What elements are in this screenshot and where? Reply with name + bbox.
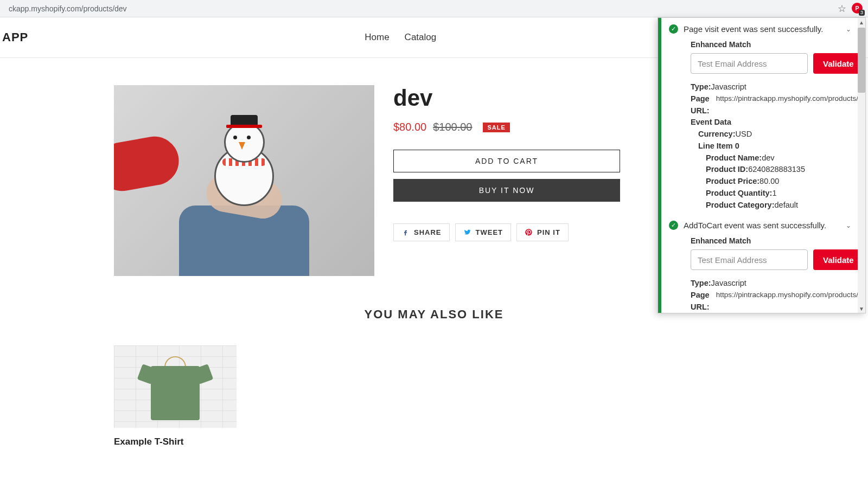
test-email-input[interactable] [691, 249, 808, 270]
event-page-visit: ✓ Page visit event was sent successfully… [669, 24, 852, 211]
pinterest-icon [525, 228, 533, 236]
browser-chrome: ckapp.myshopify.com/products/dev ☆ P 3 [0, 0, 868, 17]
main-nav: Home Catalog [365, 32, 436, 43]
chevron-down-icon[interactable]: ⌄ [846, 25, 851, 33]
share-pinterest-button[interactable]: PIN IT [516, 223, 569, 241]
share-row: SHARE TWEET PIN IT [393, 223, 620, 241]
product-title: dev [393, 85, 620, 111]
bookmark-star-icon[interactable]: ☆ [838, 3, 846, 15]
facebook-icon [401, 228, 410, 236]
scroll-down-icon[interactable]: ▼ [858, 304, 865, 313]
nav-catalog[interactable]: Catalog [405, 32, 437, 43]
twitter-icon [463, 228, 471, 236]
sale-badge: SALE [483, 123, 509, 132]
extension-panel: ✓ Page visit event was sent successfully… [658, 17, 866, 313]
event-message: AddToCart event was sent successfully. [684, 221, 826, 230]
event-header[interactable]: ✓ Page visit event was sent successfully… [669, 24, 852, 34]
success-check-icon: ✓ [669, 221, 678, 230]
extension-badge[interactable]: P 3 [852, 3, 864, 15]
recommendation-title: Example T-Shirt [114, 436, 237, 447]
extension-count-badge: 3 [859, 10, 865, 16]
add-to-cart-button[interactable]: ADD TO CART [393, 150, 620, 172]
share-twitter-label: TWEET [476, 228, 503, 236]
site-logo[interactable]: APP [2, 30, 28, 44]
test-email-input[interactable] [691, 53, 808, 74]
event-header[interactable]: ✓ AddToCart event was sent successfully.… [669, 221, 852, 230]
panel-content: ✓ Page visit event was sent successfully… [661, 18, 858, 313]
price-row: $80.00 $100.00 SALE [393, 121, 620, 133]
url-bar[interactable]: ckapp.myshopify.com/products/dev [4, 2, 838, 15]
share-facebook-button[interactable]: SHARE [393, 223, 450, 241]
validate-button[interactable]: Validate [813, 53, 858, 74]
original-price: $100.00 [433, 121, 472, 133]
recommendations-grid: Example T-Shirt [0, 322, 868, 447]
scroll-up-icon[interactable]: ▲ [858, 18, 865, 27]
event-message: Page visit event was sent successfully. [684, 24, 823, 34]
validate-button[interactable]: Validate [813, 249, 858, 270]
share-twitter-button[interactable]: TWEET [455, 223, 512, 241]
chevron-down-icon[interactable]: ⌄ [846, 222, 851, 229]
enhanced-match-row: Validate [691, 249, 852, 270]
sale-price: $80.00 [393, 121, 426, 133]
event2-data: Type:Javascript Page URL: https://pintra… [691, 278, 852, 313]
product-info: dev $80.00 $100.00 SALE ADD TO CART BUY … [393, 85, 620, 276]
panel-scrollbar[interactable]: ▲ ▼ [858, 18, 865, 313]
enhanced-match-label: Enhanced Match [691, 236, 852, 245]
recommendation-item[interactable]: Example T-Shirt [114, 345, 237, 447]
recommendation-image [114, 345, 237, 428]
share-facebook-label: SHARE [414, 228, 442, 236]
enhanced-match-row: Validate [691, 53, 852, 74]
event-add-to-cart: ✓ AddToCart event was sent successfully.… [669, 221, 852, 313]
share-pinterest-label: PIN IT [537, 228, 560, 236]
event1-data: Type:Javascript Page URL: https://pintra… [691, 81, 852, 211]
product-image[interactable] [114, 85, 374, 276]
enhanced-match-label: Enhanced Match [691, 40, 852, 49]
nav-home[interactable]: Home [365, 32, 389, 43]
scroll-thumb[interactable] [858, 28, 865, 93]
chrome-actions: ☆ P 3 [838, 3, 864, 15]
buy-it-now-button[interactable]: BUY IT NOW [393, 179, 620, 202]
success-check-icon: ✓ [669, 24, 678, 34]
